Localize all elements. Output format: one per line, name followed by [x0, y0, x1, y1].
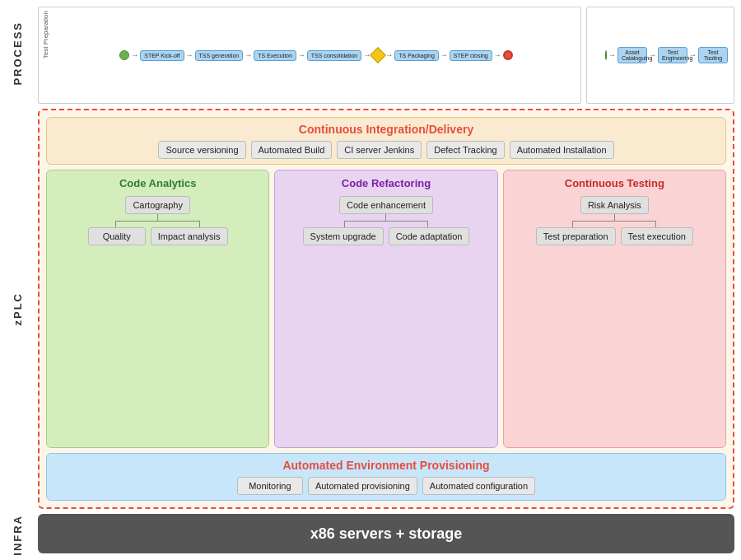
flow2-start [605, 50, 607, 60]
process-flow: → STEP Kick-off → TSS generation → TS Ex… [42, 11, 577, 100]
ci-cd-box: Continuous Integration/Delivery Source v… [46, 117, 726, 165]
process-box-label: Test Preparation [42, 11, 49, 58]
risk-analysis-node: Risk Analysis [580, 196, 649, 214]
process-box2: → Asset Cataloguing → Test Engineering →… [586, 7, 734, 104]
zplc-section: Continuous Integration/Delivery Source v… [38, 109, 734, 509]
zplc-label: zPLC [12, 292, 24, 326]
stem-left2 [344, 221, 345, 227]
aep-provisioning: Automated provisioning [308, 477, 417, 495]
flow-node-2: TSS generation [195, 50, 244, 61]
aep-configuration: Automated configuration [422, 477, 535, 495]
arrow7: → [440, 51, 448, 59]
branch-line3 [531, 221, 698, 227]
continuous-testing-box: Continuous Testing Risk Analysis Test pr… [503, 170, 726, 448]
code-enhancement-node: Code enhancement [339, 196, 433, 214]
flow2-node-1: Asset Cataloguing [618, 47, 647, 63]
ci-items: Source versioning Automated Build CI ser… [54, 141, 719, 159]
stem-left1 [115, 221, 116, 227]
impact-analysis-node: Impact analysis [151, 227, 228, 245]
ci-item-source: Source versioning [158, 141, 245, 159]
ci-item-install: Automated Installation [510, 141, 614, 159]
testing-bottom-row: Test preparation Test execution [536, 227, 693, 245]
flow2-node-3: Test Tooling [698, 47, 728, 63]
zplc-label-container: zPLC [0, 107, 35, 511]
refactoring-bottom-row: System upgrade Code adaptation [303, 227, 470, 245]
arrow11: → [689, 51, 697, 59]
code-adaptation-node: Code adaptation [389, 227, 470, 245]
arrow1: → [131, 51, 138, 59]
stem-right2 [427, 221, 428, 227]
test-execution-node: Test execution [621, 227, 693, 245]
continuous-testing-title: Continuous Testing [565, 177, 664, 189]
quality-node: Quality [88, 227, 146, 245]
continuous-testing-tree: Risk Analysis Test preparation Test exec… [510, 196, 719, 245]
small-process-flow: → Asset Cataloguing → Test Engineering →… [590, 11, 730, 100]
process-label: PROCESS [12, 21, 24, 86]
flow2-node-2: Test Engineering [658, 47, 687, 63]
infra-section: x86 servers + storage [38, 514, 734, 553]
arrow6: → [385, 51, 393, 59]
code-refactoring-box: Code Refactoring Code enhancement System… [274, 170, 497, 448]
infra-box: x86 servers + storage [38, 514, 734, 553]
arrow2: → [186, 51, 193, 59]
code-analytics-title: Code Analytics [119, 177, 196, 189]
flow-end [503, 50, 513, 60]
test-preparation-node: Test preparation [536, 227, 616, 245]
flow-node-1: STEP Kick-off [140, 50, 184, 61]
flow-node-5: TS Packaging [394, 50, 439, 61]
branch-line1 [74, 221, 241, 227]
stem-left3 [572, 221, 573, 227]
ci-cd-title: Continuous Integration/Delivery [54, 123, 719, 136]
right-content: Test Preparation → STEP Kick-off → TSS g… [35, 0, 741, 560]
process-section: Test Preparation → STEP Kick-off → TSS g… [38, 7, 734, 104]
conn3 [614, 214, 615, 221]
ci-item-defect: Defect Tracking [426, 141, 504, 159]
code-analytics-box: Code Analytics Cartography Quality Impac… [46, 170, 269, 448]
system-upgrade-node: System upgrade [303, 227, 384, 245]
flow-diamond [370, 47, 386, 63]
aep-title: Automated Environment Provisioning [54, 459, 719, 472]
middle-row: Code Analytics Cartography Quality Impac… [46, 170, 726, 448]
flow-node-3: TS Execution [254, 50, 296, 61]
code-analytics-tree: Cartography Quality Impact analysis [54, 196, 262, 245]
stem-right1 [199, 221, 200, 227]
aep-items: Monitoring Automated provisioning Automa… [54, 477, 719, 495]
conn2 [385, 214, 386, 221]
infra-label-container: INFRA [0, 511, 35, 560]
arrow9: → [608, 51, 616, 59]
infra-label: INFRA [12, 515, 24, 556]
stem-right3 [655, 221, 656, 227]
flow-start [119, 50, 129, 60]
flow-node-6: STEP closing [450, 50, 492, 61]
arrow4: → [298, 51, 305, 59]
ci-item-jenkins: CI server Jenkins [337, 141, 422, 159]
aep-monitoring: Monitoring [237, 477, 303, 495]
flow-node-4: TSS consolidation [307, 50, 361, 61]
arrow3: → [245, 51, 252, 59]
aep-box: Automated Environment Provisioning Monit… [46, 453, 726, 501]
main-container: PROCESS zPLC INFRA Test Preparation → ST… [0, 0, 741, 560]
left-labels: PROCESS zPLC INFRA [0, 0, 35, 560]
infra-text: x86 servers + storage [310, 525, 463, 543]
process-flow-box: Test Preparation → STEP Kick-off → TSS g… [38, 7, 581, 104]
arrow10: → [649, 51, 656, 59]
process-label-container: PROCESS [0, 0, 35, 107]
arrow8: → [494, 51, 501, 59]
cartography-node: Cartography [125, 196, 190, 214]
branch-line2 [303, 221, 470, 227]
code-refactoring-tree: Code enhancement System upgrade Code ada… [282, 196, 490, 245]
ci-item-build: Automated Build [251, 141, 333, 159]
conn1 [157, 214, 158, 221]
analytics-bottom-row: Quality Impact analysis [88, 227, 228, 245]
code-refactoring-title: Code Refactoring [342, 177, 431, 189]
